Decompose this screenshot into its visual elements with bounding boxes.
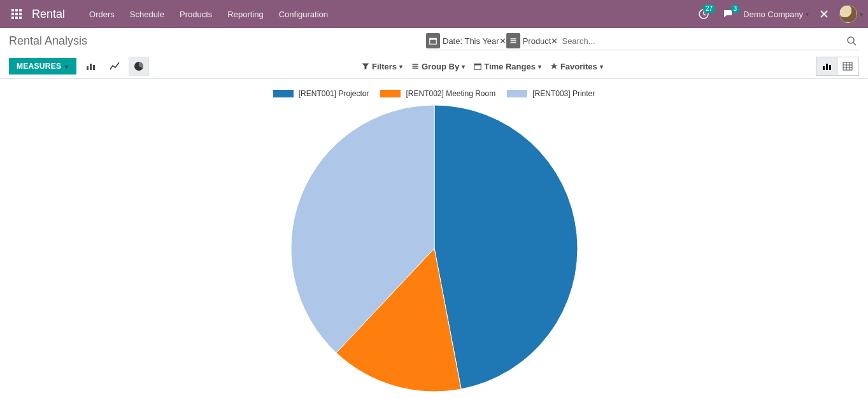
company-switcher[interactable]: Demo Company ▾ [743, 10, 809, 19]
chart-legend: [RENT001] Projector[RENT002] Meeting Roo… [273, 89, 595, 98]
grid-icon [11, 9, 22, 19]
legend-item[interactable]: [RENT002] Meeting Room [380, 89, 495, 98]
line-chart-button[interactable] [104, 57, 125, 76]
svg-rect-14 [90, 64, 92, 70]
menu-schedule[interactable]: Schedule [122, 2, 172, 27]
menu-orders[interactable]: Orders [82, 2, 122, 27]
activities-button[interactable]: 27 [695, 6, 713, 22]
line-chart-icon [110, 61, 120, 71]
chevron-down-icon: ▾ [399, 63, 402, 70]
systray: 27 3 Demo Company ▾ ▾ [695, 5, 863, 23]
menu-configuration[interactable]: Configuration [271, 2, 336, 27]
company-name: Demo Company [743, 10, 803, 19]
pie-chart [288, 102, 581, 395]
close-x-icon [819, 9, 829, 19]
page-title: Rental Analysis [9, 33, 87, 48]
calendar-icon [426, 33, 440, 48]
facet-label: Date: This Year [443, 36, 499, 46]
search-input[interactable] [558, 34, 844, 48]
bar-chart-icon [822, 61, 832, 71]
chart-area: [RENT001] Projector[RENT002] Meeting Roo… [0, 79, 868, 398]
svg-point-12 [848, 37, 854, 43]
control-panel: Rental Analysis Date: This Year ✕ Produc… [0, 28, 868, 79]
funnel-icon [362, 62, 369, 70]
facet-label: Product [523, 36, 551, 46]
measures-label: MEASURES [17, 62, 61, 71]
favorites-dropdown[interactable]: Favorites ▾ [550, 62, 603, 71]
svg-rect-13 [87, 66, 89, 70]
menu-products[interactable]: Products [172, 2, 220, 27]
user-menu[interactable]: ▾ [839, 5, 863, 23]
svg-rect-4 [15, 13, 18, 15]
svg-rect-7 [15, 17, 18, 19]
search-facet-date[interactable]: Date: This Year ✕ [426, 33, 506, 48]
legend-label: [RENT001] Projector [299, 89, 369, 98]
chevron-down-icon: ▾ [65, 63, 68, 70]
chevron-down-icon: ▾ [860, 11, 863, 18]
main-menu: Orders Schedule Products Reporting Confi… [82, 2, 336, 27]
list-icon [411, 62, 419, 70]
top-navbar: Rental Orders Schedule Products Reportin… [0, 0, 868, 28]
list-icon [506, 33, 520, 48]
legend-swatch [273, 90, 294, 97]
avatar [839, 5, 857, 23]
pie-chart-icon [134, 61, 144, 71]
debug-button[interactable] [815, 6, 833, 22]
filter-bar: Filters ▾ Group By ▾ Time Ranges ▾ Favor… [362, 62, 603, 71]
activities-count: 27 [703, 4, 715, 13]
pie-slice[interactable] [434, 105, 578, 389]
messages-button[interactable]: 3 [719, 6, 737, 22]
svg-rect-8 [19, 17, 22, 19]
filters-dropdown[interactable]: Filters ▾ [362, 62, 402, 71]
legend-item[interactable]: [RENT003] Printer [507, 89, 595, 98]
pie-chart-button[interactable] [129, 57, 149, 76]
calendar-icon [474, 62, 481, 70]
svg-rect-3 [11, 13, 14, 15]
table-icon [843, 61, 853, 71]
svg-rect-5 [19, 13, 22, 15]
svg-rect-19 [823, 66, 825, 70]
svg-rect-18 [474, 64, 481, 65]
svg-rect-21 [829, 65, 831, 70]
view-switcher [816, 57, 859, 76]
legend-label: [RENT003] Printer [532, 89, 595, 98]
chevron-down-icon: ▾ [538, 63, 541, 70]
svg-rect-0 [11, 9, 14, 11]
search-view: Date: This Year ✕ Product ✕ [426, 33, 859, 50]
legend-swatch [507, 90, 527, 97]
chevron-down-icon: ▾ [806, 11, 809, 18]
timeranges-dropdown[interactable]: Time Ranges ▾ [474, 62, 541, 71]
measures-button[interactable]: MEASURES ▾ [9, 58, 76, 75]
svg-rect-2 [19, 9, 22, 11]
search-icon[interactable] [844, 34, 859, 47]
svg-rect-20 [826, 64, 828, 70]
chevron-down-icon: ▾ [600, 63, 603, 70]
chevron-down-icon: ▾ [462, 63, 465, 70]
svg-rect-1 [15, 9, 18, 11]
svg-rect-22 [843, 62, 852, 70]
messages-count: 3 [731, 4, 740, 13]
bar-chart-icon [85, 61, 96, 71]
legend-item[interactable]: [RENT001] Projector [273, 89, 369, 98]
svg-rect-6 [11, 17, 14, 19]
apps-menu-icon[interactable] [5, 5, 28, 23]
legend-swatch [380, 90, 401, 97]
bar-chart-button[interactable] [80, 57, 101, 76]
app-brand[interactable]: Rental [32, 8, 65, 21]
chart-toolbar: MEASURES ▾ [9, 57, 149, 76]
search-facet-product[interactable]: Product ✕ [506, 33, 559, 48]
svg-rect-11 [430, 38, 437, 39]
pivot-view-button[interactable] [837, 57, 859, 76]
groupby-dropdown[interactable]: Group By ▾ [411, 62, 465, 71]
star-icon [550, 62, 558, 70]
facet-remove-icon[interactable]: ✕ [499, 36, 506, 46]
graph-view-button[interactable] [816, 57, 837, 76]
menu-reporting[interactable]: Reporting [220, 2, 271, 27]
facet-remove-icon[interactable]: ✕ [551, 36, 558, 46]
legend-label: [RENT002] Meeting Room [406, 89, 495, 98]
svg-rect-15 [93, 65, 95, 70]
